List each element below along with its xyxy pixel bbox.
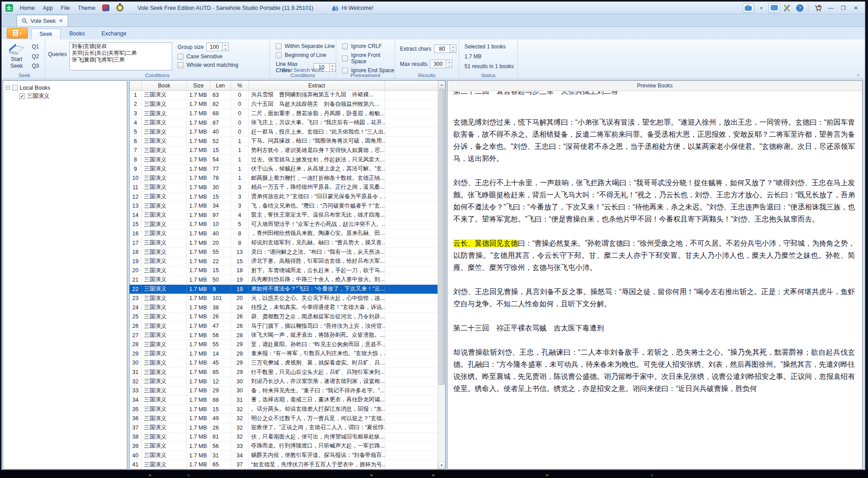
- column-header-size[interactable]: Size: [187, 81, 210, 90]
- table-row[interactable]: 7三国演义1.7 MB151势利古犹今，谁识英雄是白身？安得快人如翼德，尽...: [130, 146, 438, 156]
- table-row[interactable]: 27三国演义1.7 MB5628张飞大喝一声，挺矛直出，将陈孙刺死。众皆溃散。.…: [130, 331, 438, 340]
- table-row[interactable]: 14三国演义1.7 MB974盟主，誓扶王室定太平。温侯吕布世无比，雄才四海..…: [130, 211, 438, 220]
- table-row[interactable]: 11三国演义1.7 MB303精兵一万五千，路经德州平原县。正行之间，遥见桑..…: [130, 183, 438, 192]
- within-separate-line-checkbox[interactable]: Within Separate Line: [276, 43, 336, 49]
- group-size-value[interactable]: 100: [206, 43, 222, 51]
- table-row[interactable]: 36三国演义1.7 MB4932明公之众不过数千人，万一曹兵至，何以迎之？”玄德…: [130, 414, 438, 423]
- table-row[interactable]: 1三国演义1.7 MB630兴兵雪恨 曹阿瞒割须弃袍第五十九回 许褚裸...: [130, 91, 438, 100]
- table-row[interactable]: 37三国演义1.7 MB2632迎敌便了。”正说之间，玄德召二人入，谓曰：“夏侯…: [130, 423, 438, 433]
- scrollbar-thumb[interactable]: [438, 89, 445, 385]
- beginning-of-line-checkbox[interactable]: Beginning of Line: [276, 52, 336, 58]
- table-row[interactable]: 23三国演义1.7 MB10120火，以惑关公之心。关公见下邳火起，心中惊惶，连…: [130, 294, 438, 303]
- table-row[interactable]: 39三国演义1.7 MB5633夺路而走。行到博陵渡口，只听喊声大起，一军拦路.…: [130, 442, 438, 451]
- stepper-arrows[interactable]: ▲▼: [450, 44, 456, 53]
- checkbox-box[interactable]: [342, 43, 348, 49]
- group-size-stepper[interactable]: 100 ▲▼: [206, 43, 229, 51]
- table-row[interactable]: 19三国演义1.7 MB2215济北下寨。高顺得胜，引军回击玄德，恰好吕布大军.…: [130, 257, 438, 266]
- tab-vole-seek[interactable]: Vole Seek ✕: [17, 15, 68, 26]
- local-books-checkbox[interactable]: [12, 85, 18, 91]
- table-row[interactable]: 32三国演义1.7 MB1230刘泌乃长沙人，亦汉室宗亲，遂请玄德到家，设宴相.…: [130, 377, 438, 387]
- capture-button[interactable]: [742, 3, 754, 13]
- table-row[interactable]: 40三国演义1.7 MB3134赐爵关内侯，便教引军开道。探马报说：“刘备带领百…: [130, 451, 438, 461]
- table-row[interactable]: 35三国演义1.7 MB1532。话分两头。却说玄德差人打探江东消息，回报：“东…: [130, 405, 438, 414]
- table-row[interactable]: 5三国演义1.7 MB400赶一群马，投庄上来。玄德曰：“此天佑我也！”三人出.…: [130, 127, 438, 137]
- start-seek-button[interactable]: Start Seek: [4, 42, 29, 71]
- column-header-book[interactable]: Book: [142, 81, 187, 90]
- welcome-area[interactable]: Hi Welcome!: [332, 5, 373, 11]
- down-arrow-icon[interactable]: ▼: [450, 49, 456, 53]
- table-row[interactable]: 18三国演义1.7 MB5513灵曰：“请问解之之法。”布曰：“我有一法，从天所…: [130, 248, 438, 257]
- ribbon-tab-books[interactable]: Books: [62, 29, 93, 39]
- up-arrow-icon[interactable]: ▲: [450, 45, 456, 49]
- query-slot-q2[interactable]: Q2: [29, 53, 42, 60]
- table-row[interactable]: 15三国演义1.7 MB105可入墙而望活乎！”众军士齐心死战，赵云冲突不入。.…: [130, 220, 438, 230]
- table-row[interactable]: 9三国演义1.7 MB771伏于山头，候贼赶来，从高坡上泼之，其法可解。”玄..…: [130, 165, 438, 174]
- table-row[interactable]: 17三国演义1.7 MB208却说刘玄德军到，见孔融。融曰：“曹兵势大，操又善.…: [130, 239, 438, 248]
- table-row[interactable]: 22三国演义1.7 MB919弟如何不遵法令？”飞曰：“今番放了，下次又来！”云…: [130, 285, 438, 294]
- restore-button[interactable]: ❐: [838, 3, 849, 13]
- tree-item-book[interactable]: ✓ 三国演义: [5, 92, 125, 100]
- ribbon-tab-seek[interactable]: Seek: [31, 29, 61, 39]
- table-row[interactable]: 10三国演义1.7 MB781邮两腿上着力鞭打，一连打折柳条十数枝。玄德正纳..…: [130, 174, 438, 183]
- menu-file[interactable]: File: [61, 5, 70, 11]
- query-slot-q1[interactable]: Q1: [29, 43, 42, 50]
- table-row[interactable]: 29三国演义1.7 MB1429童来报：“有一将军，引数百人到庄来也。”玄德大惊…: [130, 349, 438, 359]
- table-row[interactable]: 16三国演义1.7 MB408，青州田楷欣然领兵来救。陶谦心安。原来孔融、田..…: [130, 229, 438, 239]
- up-arrow-icon[interactable]: ▲: [330, 64, 335, 68]
- column-header-extract[interactable]: Extract: [249, 81, 385, 90]
- column-header-percent[interactable]: %: [231, 81, 249, 90]
- close-button[interactable]: ✕: [851, 3, 861, 13]
- book-checkbox[interactable]: ✓: [19, 93, 25, 99]
- scroll-down-icon[interactable]: ▼: [438, 461, 445, 469]
- tree-collapse-icon[interactable]: −: [6, 86, 10, 90]
- table-row[interactable]: 2三国演义1.7 MB820六十五回 马超大战葭萌关 刘备自领益州牧第六...: [130, 100, 438, 109]
- max-results-stepper[interactable]: 300 ▲▼: [430, 60, 452, 68]
- table-row[interactable]: 8三国演义1.7 MB541过去。张宝就马上披发仗剑，作起妖法，只见风雷大...: [130, 155, 438, 165]
- table-row[interactable]: 4三国演义1.7 MB870张飞庄上，共议大事。飞曰：“我庄后有一桃园，花开..…: [130, 118, 438, 128]
- minimize-button[interactable]: —: [825, 3, 836, 13]
- display-button[interactable]: [768, 3, 780, 13]
- tab-close-icon[interactable]: ✕: [59, 18, 63, 24]
- whole-word-checkbox[interactable]: Whole word matching: [178, 62, 238, 68]
- table-row[interactable]: 31三国演义1.7 MB8529行不数里，只见山后尘头大起，吕旷、吕翔引军来到.…: [130, 368, 438, 377]
- extract-chars-value[interactable]: 80: [434, 44, 450, 53]
- stepper-arrows[interactable]: ▲▼: [446, 60, 452, 68]
- checkbox-box[interactable]: [178, 62, 183, 68]
- table-row[interactable]: 26三国演义1.7 MB4726马于门旗下，操以鞭指骂曰：“吾待汝为上宾，汝何背…: [130, 322, 438, 331]
- tree-item-local-books[interactable]: − Local Books: [5, 83, 125, 92]
- table-scrollbar[interactable]: ▲ ▼: [438, 81, 445, 469]
- stepper-arrows[interactable]: ▲▼: [222, 43, 229, 51]
- menu-app[interactable]: App: [43, 5, 52, 11]
- table-row[interactable]: 3三国演义1.7 MB680二尺，面如重枣，唇若涂脂，丹凤眼，卧蚕眉，相貌...: [130, 109, 438, 118]
- table-row[interactable]: 6三国演义1.7 MB521下马。问其缘故，植曰：“我围张角将次可破，因角用..…: [130, 137, 438, 146]
- max-results-value[interactable]: 300: [430, 60, 446, 68]
- table-row[interactable]: 38三国演义1.7 MB8132伏，只看南面火起，便可出，向博望城旧屯粮草处纵.…: [130, 433, 438, 442]
- table-row[interactable]: 28三国演义1.7 MB5529至，请赴襄阳。孙乾曰：“昨见主公匆匆而回，意甚不…: [130, 340, 438, 349]
- table-row[interactable]: 25三国演义1.7 MB2626辟、龚都数万之众，闻丞相提军出征河北，乃令刘辟.…: [130, 313, 438, 322]
- ribbon-collapse-icon[interactable]: ∧: [856, 73, 859, 77]
- column-header-len[interactable]: Len: [210, 81, 231, 90]
- theme-button[interactable]: [782, 3, 793, 13]
- checkbox-ignore-crlf[interactable]: Ignore CRLF: [342, 43, 395, 49]
- scroll-up-icon[interactable]: ▲: [438, 81, 445, 88]
- application-menu-button[interactable]: ▾: [7, 28, 28, 39]
- down-arrow-icon[interactable]: ▼: [222, 47, 228, 51]
- extract-chars-stepper[interactable]: 80 ▲▼: [434, 44, 456, 53]
- table-row[interactable]: 13三国演义1.7 MB343飞，备结义兄弟也。”瓒曰：“乃同破黄巾贼者乎？”玄…: [130, 201, 438, 211]
- menu-home[interactable]: Home: [20, 5, 35, 11]
- down-arrow-icon[interactable]: ▼: [446, 64, 452, 68]
- table-row[interactable]: 41三国演义1.7 MB6537“如玄德至，先埋伏刀斧手五百人于壁衣中，掷杯为号…: [130, 460, 438, 469]
- up-arrow-icon[interactable]: ▲: [446, 60, 452, 64]
- checkbox-box[interactable]: [342, 56, 348, 61]
- ribbon-tab-exchange[interactable]: Exchange: [94, 29, 134, 39]
- checkbox-ignore-front-space[interactable]: Ignore Front Space: [342, 52, 395, 65]
- menu-theme[interactable]: Theme: [78, 5, 95, 11]
- query-slot-q3[interactable]: Q3: [29, 62, 42, 70]
- capture-dropdown[interactable]: ▾: [756, 3, 767, 13]
- store-button[interactable]: [813, 3, 824, 13]
- table-row[interactable]: 20三国演义1.7 MB1518射下。车胄绕城而走，云长赶来，手起一刀，砍于马.…: [130, 266, 438, 276]
- up-arrow-icon[interactable]: ▲: [222, 43, 228, 47]
- table-row[interactable]: 33三国演义1.7 MB2930备，特来拜见先生。”童子曰：“我记不得许多名字。…: [130, 387, 438, 396]
- checkbox-box[interactable]: [276, 52, 282, 58]
- checkbox-box[interactable]: [276, 43, 282, 49]
